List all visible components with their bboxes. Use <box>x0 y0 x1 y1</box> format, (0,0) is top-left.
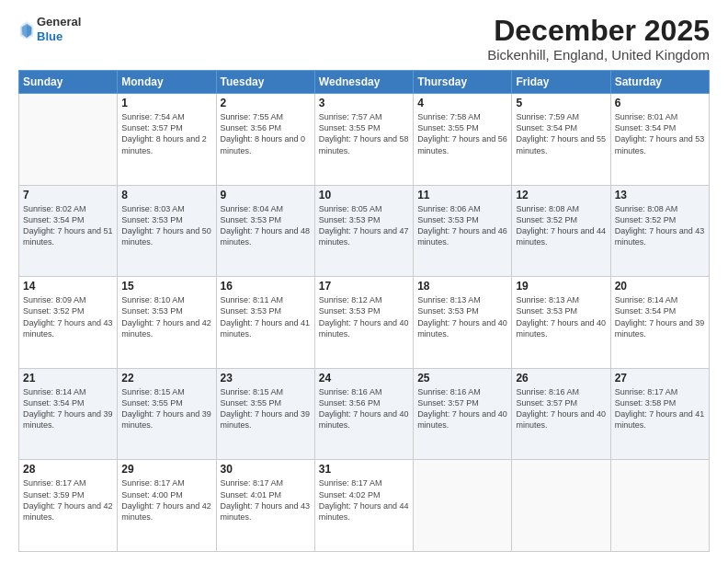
table-row: 13Sunrise: 8:08 AMSunset: 3:52 PMDayligh… <box>610 185 709 277</box>
cell-sun-info: Sunrise: 8:17 AMSunset: 3:58 PMDaylight:… <box>615 386 705 431</box>
cell-day-number: 13 <box>615 189 705 201</box>
table-row: 27Sunrise: 8:17 AMSunset: 3:58 PMDayligh… <box>610 368 709 460</box>
cell-sun-info: Sunrise: 8:17 AMSunset: 4:01 PMDaylight:… <box>221 477 311 523</box>
cell-day-number: 25 <box>417 372 507 385</box>
cell-day-number: 18 <box>417 280 507 293</box>
cell-day-number: 4 <box>417 97 507 109</box>
cell-sun-info: Sunrise: 8:04 AMSunset: 3:53 PMDaylight:… <box>221 203 311 248</box>
cell-sun-info: Sunrise: 8:13 AMSunset: 3:53 PMDaylight:… <box>417 294 507 339</box>
cell-day-number: 7 <box>23 189 113 201</box>
cell-sun-info: Sunrise: 8:08 AMSunset: 3:52 PMDaylight:… <box>615 203 705 248</box>
cell-day-number: 3 <box>319 97 409 109</box>
cell-sun-info: Sunrise: 8:17 AMSunset: 3:59 PMDaylight:… <box>23 477 113 523</box>
cell-day-number: 8 <box>121 189 211 201</box>
col-wednesday: Wednesday <box>314 71 413 94</box>
col-tuesday: Tuesday <box>216 71 314 94</box>
table-row: 3Sunrise: 7:57 AMSunset: 3:55 PMDaylight… <box>314 94 413 186</box>
cell-sun-info: Sunrise: 8:01 AMSunset: 3:54 PMDaylight:… <box>615 111 705 156</box>
table-row: 15Sunrise: 8:10 AMSunset: 3:53 PMDayligh… <box>118 277 216 369</box>
cell-sun-info: Sunrise: 7:57 AMSunset: 3:55 PMDaylight:… <box>319 111 409 156</box>
cell-sun-info: Sunrise: 7:55 AMSunset: 3:56 PMDaylight:… <box>221 111 311 156</box>
calendar-week-row: 7Sunrise: 8:02 AMSunset: 3:54 PMDaylight… <box>19 185 710 277</box>
cell-sun-info: Sunrise: 8:13 AMSunset: 3:53 PMDaylight:… <box>516 294 606 339</box>
col-saturday: Saturday <box>610 71 709 94</box>
table-row <box>19 94 118 186</box>
table-row <box>610 460 709 552</box>
table-row <box>512 460 610 552</box>
cell-day-number: 2 <box>221 97 311 109</box>
col-friday: Friday <box>512 71 610 94</box>
table-row: 7Sunrise: 8:02 AMSunset: 3:54 PMDaylight… <box>19 185 118 277</box>
table-row: 20Sunrise: 8:14 AMSunset: 3:54 PMDayligh… <box>610 277 709 369</box>
cell-day-number: 28 <box>23 463 113 476</box>
page-header: General Blue December 2025 Bickenhill, E… <box>18 15 710 63</box>
table-row: 14Sunrise: 8:09 AMSunset: 3:52 PMDayligh… <box>19 277 118 369</box>
table-row: 29Sunrise: 8:17 AMSunset: 4:00 PMDayligh… <box>118 460 216 552</box>
cell-day-number: 21 <box>23 372 113 385</box>
cell-day-number: 14 <box>23 280 113 293</box>
cell-sun-info: Sunrise: 8:14 AMSunset: 3:54 PMDaylight:… <box>23 386 113 431</box>
cell-sun-info: Sunrise: 7:59 AMSunset: 3:54 PMDaylight:… <box>516 111 606 156</box>
cell-day-number: 31 <box>319 463 409 476</box>
cell-day-number: 12 <box>516 189 606 201</box>
cell-sun-info: Sunrise: 7:54 AMSunset: 3:57 PMDaylight:… <box>121 111 211 156</box>
calendar-week-row: 1Sunrise: 7:54 AMSunset: 3:57 PMDaylight… <box>19 94 710 186</box>
calendar-week-row: 21Sunrise: 8:14 AMSunset: 3:54 PMDayligh… <box>19 368 710 460</box>
table-row: 5Sunrise: 7:59 AMSunset: 3:54 PMDaylight… <box>512 94 610 186</box>
col-monday: Monday <box>118 71 216 94</box>
table-row: 26Sunrise: 8:16 AMSunset: 3:57 PMDayligh… <box>512 368 610 460</box>
table-row: 18Sunrise: 8:13 AMSunset: 3:53 PMDayligh… <box>414 277 512 369</box>
table-row: 10Sunrise: 8:05 AMSunset: 3:53 PMDayligh… <box>314 185 413 277</box>
table-row: 9Sunrise: 8:04 AMSunset: 3:53 PMDaylight… <box>216 185 314 277</box>
cell-sun-info: Sunrise: 8:05 AMSunset: 3:53 PMDaylight:… <box>319 203 409 248</box>
cell-day-number: 29 <box>121 463 211 476</box>
cell-day-number: 23 <box>221 372 311 385</box>
cell-day-number: 11 <box>417 189 507 201</box>
title-area: December 2025 Bickenhill, England, Unite… <box>487 15 710 63</box>
cell-day-number: 10 <box>319 189 409 201</box>
table-row: 28Sunrise: 8:17 AMSunset: 3:59 PMDayligh… <box>19 460 118 552</box>
cell-day-number: 5 <box>516 97 606 109</box>
table-row: 12Sunrise: 8:08 AMSunset: 3:52 PMDayligh… <box>512 185 610 277</box>
logo-line1: General <box>37 15 81 29</box>
calendar-week-row: 28Sunrise: 8:17 AMSunset: 3:59 PMDayligh… <box>19 460 710 552</box>
location: Bickenhill, England, United Kingdom <box>487 47 710 63</box>
cell-sun-info: Sunrise: 8:14 AMSunset: 3:54 PMDaylight:… <box>615 294 705 339</box>
cell-sun-info: Sunrise: 8:10 AMSunset: 3:53 PMDaylight:… <box>121 294 211 339</box>
cell-day-number: 22 <box>121 372 211 385</box>
cell-day-number: 9 <box>221 189 311 201</box>
table-row: 11Sunrise: 8:06 AMSunset: 3:53 PMDayligh… <box>414 185 512 277</box>
table-row: 19Sunrise: 8:13 AMSunset: 3:53 PMDayligh… <box>512 277 610 369</box>
table-row: 6Sunrise: 8:01 AMSunset: 3:54 PMDaylight… <box>610 94 709 186</box>
cell-sun-info: Sunrise: 8:09 AMSunset: 3:52 PMDaylight:… <box>23 294 113 339</box>
cell-day-number: 19 <box>516 280 606 293</box>
cell-day-number: 1 <box>121 97 211 109</box>
logo-line2: Blue <box>37 29 81 44</box>
table-row: 30Sunrise: 8:17 AMSunset: 4:01 PMDayligh… <box>216 460 314 552</box>
table-row <box>414 460 512 552</box>
logo: General Blue <box>18 15 81 43</box>
cell-day-number: 16 <box>221 280 311 293</box>
cell-sun-info: Sunrise: 8:15 AMSunset: 3:55 PMDaylight:… <box>221 386 311 431</box>
cell-sun-info: Sunrise: 8:15 AMSunset: 3:55 PMDaylight:… <box>121 386 211 431</box>
cell-sun-info: Sunrise: 8:08 AMSunset: 3:52 PMDaylight:… <box>516 203 606 248</box>
cell-sun-info: Sunrise: 8:11 AMSunset: 3:53 PMDaylight:… <box>221 294 311 339</box>
cell-sun-info: Sunrise: 7:58 AMSunset: 3:55 PMDaylight:… <box>417 111 507 156</box>
cell-sun-info: Sunrise: 8:12 AMSunset: 3:53 PMDaylight:… <box>319 294 409 339</box>
cell-day-number: 15 <box>121 280 211 293</box>
table-row: 8Sunrise: 8:03 AMSunset: 3:53 PMDaylight… <box>118 185 216 277</box>
cell-day-number: 30 <box>221 463 311 476</box>
logo-icon <box>18 19 35 40</box>
col-sunday: Sunday <box>19 71 118 94</box>
table-row: 17Sunrise: 8:12 AMSunset: 3:53 PMDayligh… <box>314 277 413 369</box>
table-row: 23Sunrise: 8:15 AMSunset: 3:55 PMDayligh… <box>216 368 314 460</box>
table-row: 24Sunrise: 8:16 AMSunset: 3:56 PMDayligh… <box>314 368 413 460</box>
table-row: 31Sunrise: 8:17 AMSunset: 4:02 PMDayligh… <box>314 460 413 552</box>
calendar-table: Sunday Monday Tuesday Wednesday Thursday… <box>18 70 710 552</box>
table-row: 21Sunrise: 8:14 AMSunset: 3:54 PMDayligh… <box>19 368 118 460</box>
cell-sun-info: Sunrise: 8:06 AMSunset: 3:53 PMDaylight:… <box>417 203 507 248</box>
cell-day-number: 26 <box>516 372 606 385</box>
cell-sun-info: Sunrise: 8:03 AMSunset: 3:53 PMDaylight:… <box>121 203 211 248</box>
table-row: 22Sunrise: 8:15 AMSunset: 3:55 PMDayligh… <box>118 368 216 460</box>
cell-sun-info: Sunrise: 8:16 AMSunset: 3:56 PMDaylight:… <box>319 386 409 431</box>
